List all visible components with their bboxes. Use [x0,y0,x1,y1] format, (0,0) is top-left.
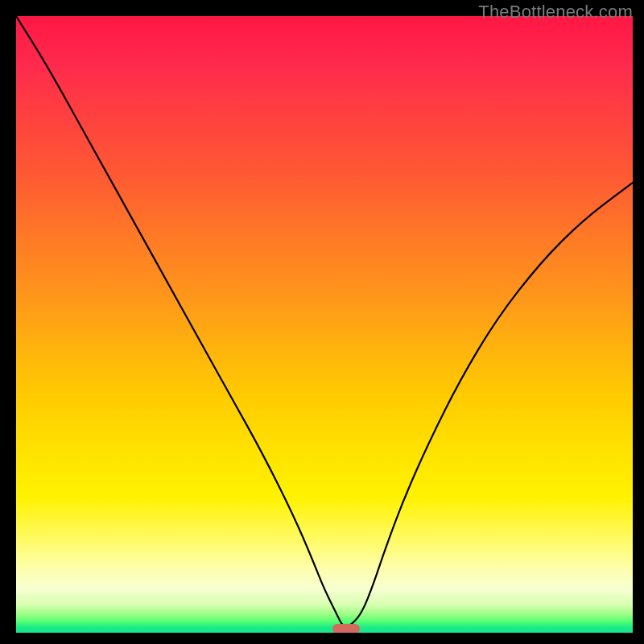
bottleneck-curve [16,16,633,633]
source-caption: TheBottleneck.com [478,2,633,23]
plot-area [16,16,633,633]
chart-frame: TheBottleneck.com [0,0,644,644]
min-marker-icon [332,624,360,633]
